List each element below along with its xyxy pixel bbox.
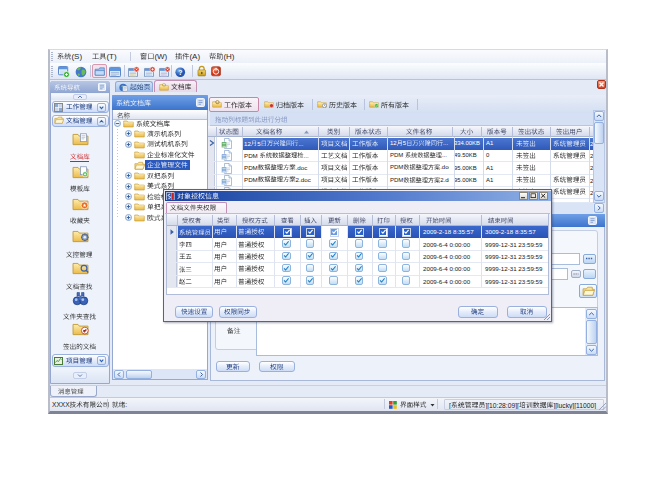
svg-text:?: ?: [178, 68, 182, 75]
